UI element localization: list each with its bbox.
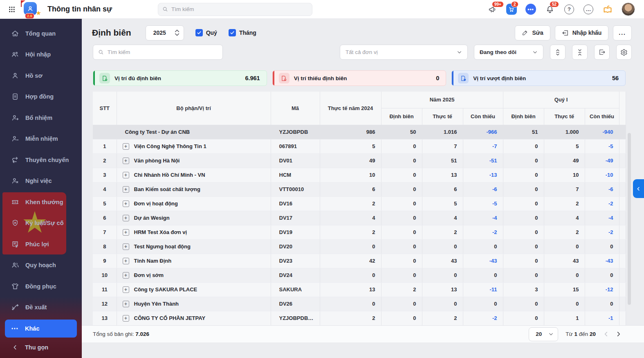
expand-row-icon[interactable]: +	[123, 172, 129, 178]
table-row[interactable]: 6+Dự án WesignDV17404-404-4	[93, 211, 626, 225]
unit-filter-select[interactable]: Tất cả đơn vị	[340, 45, 468, 60]
year-spinner[interactable]: 2025	[146, 25, 184, 41]
more-actions-button[interactable]: ...	[613, 25, 632, 41]
sidebar-item-khac[interactable]: Khác	[5, 320, 77, 338]
table-row[interactable]: 9+Tỉnh Nam ĐịnhDV2342043-43043-43	[93, 254, 626, 268]
sidebar-item-ho-so[interactable]: Hồ sơ	[0, 65, 82, 86]
announcement-icon[interactable]: 99+	[487, 4, 498, 15]
expand-row-icon[interactable]: +	[123, 229, 129, 236]
edit-button[interactable]: Sửa	[515, 25, 550, 41]
sidebar-item-de-xuat[interactable]: Đề xuất	[0, 297, 82, 318]
page-title: Định biên	[92, 28, 131, 38]
sidebar-collapse-button[interactable]: Thu gọn	[0, 339, 82, 356]
sidebar-item-thuyen-chuyen[interactable]: Thuyên chuyển	[0, 149, 82, 171]
user-avatar[interactable]	[622, 2, 635, 16]
table-row[interactable]: 1+Viện Công Nghệ Thông Tin 1067891507-70…	[93, 139, 626, 153]
expand-row-icon[interactable]: +	[123, 243, 129, 250]
sidebar-item-nghi-viec[interactable]: Nghỉ việc	[0, 171, 82, 192]
expand-row-icon[interactable]: +	[123, 186, 129, 193]
cell-value: 51	[503, 125, 544, 139]
expand-row-icon[interactable]: +	[123, 158, 129, 164]
cart-icon[interactable]: 2	[506, 4, 517, 15]
expand-all-button[interactable]	[550, 45, 565, 60]
expand-row-icon[interactable]: +	[123, 301, 129, 307]
cell-overflow	[619, 153, 626, 168]
table-row[interactable]: 5+Đơn vị hoạt độngDV16205-502-2	[93, 196, 626, 211]
month-checkbox[interactable]: Tháng	[229, 29, 256, 36]
cell-code: SAKURA	[271, 282, 320, 297]
prev-page-button[interactable]	[600, 328, 612, 340]
global-search[interactable]	[158, 3, 312, 16]
table-search-input[interactable]	[108, 49, 218, 55]
table-row[interactable]: 2+Văn phòng Hà NộiDV0149051-51049-49	[93, 153, 626, 168]
table-row[interactable]: 11+Công ty SAKURA PLACESAKURA13213-11315…	[93, 282, 626, 297]
chat-icon[interactable]: •••	[525, 4, 536, 15]
sidebar-item-bo-nhiem[interactable]: Bổ nhiệm	[0, 107, 82, 128]
cell-department: Công ty Test - Dự án CNB	[117, 125, 271, 139]
expand-row-icon[interactable]: +	[123, 315, 129, 322]
stat-card-du-dinh-bien[interactable]: Vị trí đủ định biên6.961	[93, 70, 267, 86]
app-grid-icon[interactable]	[6, 3, 18, 16]
expand-row-icon[interactable]: +	[123, 215, 129, 221]
table-row[interactable]: 7+HRM Test Xóa đơn vịDV19202-202-2	[93, 225, 626, 239]
next-page-button[interactable]	[612, 328, 624, 340]
vertical-scrollbar[interactable]	[628, 133, 631, 305]
expand-row-icon[interactable]: +	[123, 258, 129, 264]
stats-row: Vị trí đủ định biên6.961Vị trí thiếu địn…	[93, 70, 626, 86]
collapse-all-button[interactable]	[572, 45, 588, 60]
stat-card-thieu-dinh-bien[interactable]: Vị trí thiếu định biên0	[272, 70, 447, 86]
accent-bar	[273, 71, 274, 86]
user-minus-icon	[11, 135, 19, 143]
page-size-select[interactable]: 20	[529, 327, 558, 341]
expand-row-icon[interactable]: +	[123, 200, 129, 207]
cell-overflow	[619, 211, 626, 225]
table-row[interactable]: 3+Chi Nhánh Hồ Chí Minh - VNHCM10013-130…	[93, 168, 626, 182]
more-options-icon[interactable]: …	[583, 4, 594, 15]
sidebar-item-quy-hoach[interactable]: Quy hoạch	[0, 255, 82, 276]
department-name: Chi Nhánh Hồ Chí Minh - VN	[134, 172, 205, 178]
doc-dot-icon	[458, 73, 469, 83]
expand-row-icon[interactable]: +	[123, 272, 129, 279]
sidebar-item-phuc-loi[interactable]: Phúc lợi	[0, 234, 82, 255]
cell-value: 0	[503, 182, 544, 196]
table-row[interactable]: 8+Test Ngưng hoạt độngDV200000000	[93, 239, 626, 254]
cell-stt: 5	[93, 196, 117, 211]
cell-code: DV19	[271, 225, 320, 239]
spinner-arrows-icon[interactable]	[175, 29, 180, 36]
sidebar-item-ky-luat-su-co[interactable]: Kỷ luật/Sự cố	[0, 213, 82, 234]
chevron-down-icon	[457, 50, 462, 55]
sidebar-item-hop-dong[interactable]: Hợp đồng	[0, 86, 82, 108]
table-row[interactable]: 10+Đơn vị sớmDV240000000	[93, 268, 626, 282]
sidebar-item-hoi-nhap[interactable]: Hội nhập	[0, 44, 82, 65]
table-row[interactable]: 12+Huyện Yên ThànhDV260000000	[93, 297, 626, 311]
sidebar-item-tong-quan[interactable]: Tổng quan	[0, 23, 82, 44]
sidebar-item-dong-phuc[interactable]: Đồng phục	[0, 276, 82, 297]
table-search[interactable]	[93, 45, 223, 60]
cell-value: 2	[544, 196, 585, 211]
cell-value: 0	[544, 239, 585, 254]
status-filter-select[interactable]: Đang theo dõi	[474, 45, 543, 60]
expand-row-icon[interactable]: +	[123, 143, 129, 150]
col-group-year: Năm 2025	[381, 92, 503, 108]
table-summary-row[interactable]: Công ty Test - Dự án CNBYZJOBPDB986501.0…	[93, 125, 626, 139]
import-button[interactable]: Nhập khẩu	[555, 25, 609, 41]
notification-bell-icon[interactable]: 52	[545, 4, 555, 15]
user-plus-icon	[11, 114, 19, 122]
settings-gear-icon[interactable]	[616, 45, 632, 60]
quarter-checkbox[interactable]: Quý	[195, 29, 217, 36]
app-logo[interactable]: ★ 2.9	[21, 1, 40, 18]
expand-row-icon[interactable]: +	[123, 286, 129, 293]
cell-department: +Chi Nhánh Hồ Chí Minh - VN	[117, 168, 271, 182]
export-button[interactable]	[594, 45, 610, 60]
global-search-input[interactable]	[171, 6, 308, 12]
help-icon[interactable]: ?	[564, 4, 574, 15]
side-panel-toggle[interactable]	[633, 179, 644, 198]
sidebar-item-khen-thuong[interactable]: Khen thưởng	[0, 191, 82, 213]
guide-icon[interactable]	[602, 4, 613, 15]
stat-card-vuot-dinh-bien[interactable]: Vị trí vượt định biên56	[451, 70, 626, 86]
cell-value: 0	[503, 168, 544, 182]
table-row[interactable]: 13+CÔNG TY CỔ PHẦN JETPAYYZJOBPDB…202-20…	[93, 311, 626, 325]
cell-value: -2	[463, 311, 503, 325]
sidebar-item-mien-nhiem[interactable]: Miễn nhiệm	[0, 128, 82, 150]
table-row[interactable]: 4+Ban Kiểm soát chất lượngVTT00010606-60…	[93, 182, 626, 196]
